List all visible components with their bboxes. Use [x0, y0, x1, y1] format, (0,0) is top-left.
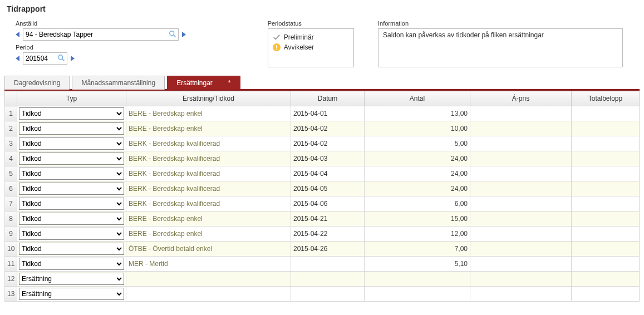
cell-datum[interactable]: 2015-04-03	[291, 151, 365, 166]
cell-antal[interactable]: 7,00	[365, 242, 470, 257]
typ-select[interactable]: TidkodErsättning	[19, 198, 124, 210]
employee-next-button[interactable]	[182, 32, 186, 37]
cell-total[interactable]	[572, 151, 640, 166]
row-number: 7	[5, 196, 17, 211]
cell-antal[interactable]: 10,00	[365, 121, 470, 136]
col-header-code[interactable]: Ersättning/Tidkod	[126, 91, 291, 106]
cell-antal[interactable]	[365, 272, 470, 287]
cell-antal[interactable]: 12,00	[365, 227, 470, 242]
cell-antal[interactable]: 24,00	[365, 181, 470, 196]
cell-total[interactable]	[572, 287, 640, 302]
cell-apris[interactable]	[470, 151, 572, 166]
cell-code[interactable]: BERE - Beredskap enkel	[126, 211, 291, 227]
cell-apris[interactable]	[470, 121, 572, 136]
cell-datum[interactable]	[291, 257, 365, 272]
cell-antal[interactable]: 24,00	[365, 151, 470, 166]
cell-apris[interactable]	[470, 106, 572, 121]
cell-apris[interactable]	[470, 272, 572, 287]
cell-code[interactable]: ÖTBE - Övertid betald enkel	[126, 242, 291, 257]
cell-apris[interactable]	[470, 227, 572, 242]
cell-code[interactable]	[126, 272, 291, 287]
period-next-button[interactable]	[71, 56, 75, 61]
cell-code[interactable]: BERK - Beredskap kvalificerad	[126, 181, 291, 196]
tab-dagredovisning[interactable]: Dagredovisning	[4, 76, 70, 90]
typ-select[interactable]: TidkodErsättning	[19, 183, 124, 195]
typ-select[interactable]: TidkodErsättning	[19, 243, 124, 255]
cell-antal[interactable]: 6,00	[365, 196, 470, 211]
cell-total[interactable]	[572, 166, 640, 181]
col-header-antal[interactable]: Antal	[365, 91, 470, 106]
typ-select[interactable]: TidkodErsättning	[19, 213, 124, 225]
cell-datum[interactable]: 2015-04-02	[291, 121, 365, 136]
cell-datum[interactable]: 2015-04-21	[291, 211, 365, 227]
cell-code[interactable]: BERE - Beredskap enkel	[126, 227, 291, 242]
cell-datum[interactable]: 2015-04-22	[291, 227, 365, 242]
cell-total[interactable]	[572, 227, 640, 242]
col-header-num	[5, 91, 17, 106]
cell-apris[interactable]	[470, 181, 572, 196]
typ-select[interactable]: TidkodErsättning	[19, 228, 124, 240]
period-input[interactable]	[23, 52, 67, 65]
typ-select[interactable]: TidkodErsättning	[19, 122, 124, 135]
cell-total[interactable]	[572, 106, 640, 121]
typ-select[interactable]: TidkodErsättning	[19, 288, 124, 300]
cell-total[interactable]	[572, 272, 640, 287]
typ-select[interactable]: TidkodErsättning	[19, 152, 124, 165]
cell-apris[interactable]	[470, 257, 572, 272]
cell-total[interactable]	[572, 196, 640, 211]
cell-apris[interactable]	[470, 242, 572, 257]
cell-antal[interactable]	[365, 287, 470, 302]
cell-apris[interactable]	[470, 211, 572, 227]
cell-antal[interactable]: 15,00	[365, 211, 470, 227]
cell-code[interactable]: BERK - Beredskap kvalificerad	[126, 166, 291, 181]
cell-datum[interactable]: 2015-04-02	[291, 136, 365, 151]
col-header-typ[interactable]: Typ	[17, 91, 126, 106]
typ-select[interactable]: TidkodErsättning	[19, 273, 124, 285]
cell-code[interactable]: BERK - Beredskap kvalificerad	[126, 151, 291, 166]
cell-antal[interactable]: 5,10	[365, 257, 470, 272]
typ-select[interactable]: TidkodErsättning	[19, 258, 124, 270]
cell-datum[interactable]: 2015-04-04	[291, 166, 365, 181]
cell-apris[interactable]	[470, 136, 572, 151]
cell-code[interactable]: BERK - Beredskap kvalificerad	[126, 196, 291, 211]
cell-datum[interactable]: 2015-04-06	[291, 196, 365, 211]
col-header-datum[interactable]: Datum	[291, 91, 365, 106]
cell-code[interactable]: BERE - Beredskap enkel	[126, 106, 291, 121]
period-prev-button[interactable]	[16, 56, 19, 61]
cell-antal[interactable]: 5,00	[365, 136, 470, 151]
tab-ersattningar[interactable]: Ersättningar*	[167, 76, 240, 90]
cell-datum[interactable]: 2015-04-01	[291, 106, 365, 121]
cell-total[interactable]	[572, 121, 640, 136]
cell-code[interactable]: BERK - Beredskap kvalificerad	[126, 136, 291, 151]
cell-total[interactable]	[572, 211, 640, 227]
cell-code[interactable]: MER - Mertid	[126, 257, 291, 272]
cell-total[interactable]	[572, 181, 640, 196]
cell-antal[interactable]: 24,00	[365, 166, 470, 181]
cell-total[interactable]	[572, 136, 640, 151]
employee-input[interactable]	[23, 28, 179, 41]
cell-total[interactable]	[572, 257, 640, 272]
row-number: 2	[5, 121, 17, 136]
cell-apris[interactable]	[470, 196, 572, 211]
col-header-total[interactable]: Totalbelopp	[572, 91, 640, 106]
cell-code[interactable]	[126, 287, 291, 302]
col-header-apris[interactable]: Á-pris	[470, 91, 572, 106]
cell-typ: TidkodErsättning	[17, 166, 126, 181]
cell-apris[interactable]	[470, 166, 572, 181]
cell-datum[interactable]: 2015-04-05	[291, 181, 365, 196]
cell-datum[interactable]	[291, 272, 365, 287]
cell-typ: TidkodErsättning	[17, 151, 126, 166]
cell-code[interactable]: BERE - Beredskap enkel	[126, 121, 291, 136]
cell-total[interactable]	[572, 242, 640, 257]
typ-select[interactable]: TidkodErsättning	[19, 137, 124, 150]
cell-datum[interactable]: 2015-04-26	[291, 242, 365, 257]
typ-select[interactable]: TidkodErsättning	[19, 168, 124, 180]
table-row: 6TidkodErsättningBERK - Beredskap kvalif…	[5, 181, 640, 196]
tab-manadssammanstallning[interactable]: Månadssammanställning	[72, 76, 165, 90]
typ-select[interactable]: TidkodErsättning	[19, 107, 124, 120]
cell-datum[interactable]	[291, 287, 365, 302]
cell-antal[interactable]: 13,00	[365, 106, 470, 121]
table-row: 10TidkodErsättningÖTBE - Övertid betald …	[5, 242, 640, 257]
employee-prev-button[interactable]	[16, 32, 19, 37]
cell-apris[interactable]	[470, 287, 572, 302]
